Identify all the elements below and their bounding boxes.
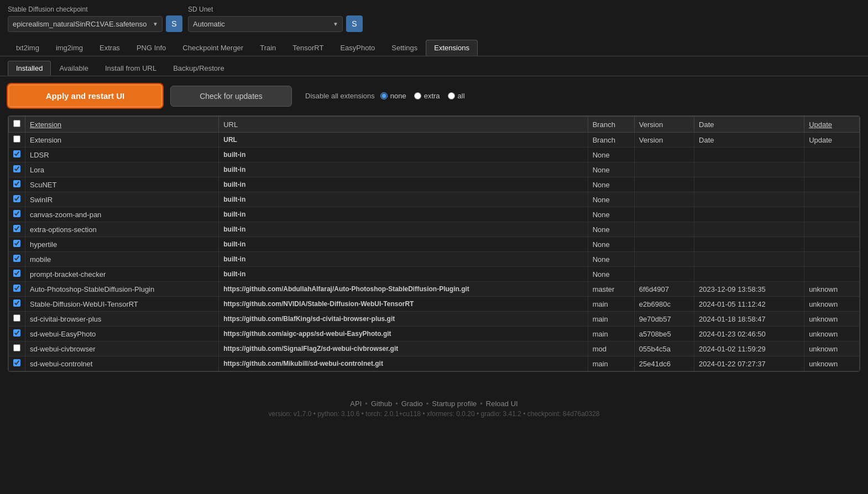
top-bar: Stable Diffusion checkpoint epicrealism_… xyxy=(0,0,868,32)
table-row: hypertilebuilt-inNone xyxy=(9,237,860,252)
ext-version xyxy=(634,237,694,252)
footer-gradio-link[interactable]: Gradio xyxy=(401,400,423,408)
table-row: sd-webui-EasyPhotohttps://github.com/aig… xyxy=(9,327,860,341)
tab-img2img[interactable]: img2img xyxy=(48,40,91,56)
ext-name: LDSR xyxy=(25,148,219,162)
tab-easyphoto[interactable]: EasyPhoto xyxy=(332,40,383,56)
ext-branch: None xyxy=(588,162,634,177)
ext-name: Auto-Photoshop-StableDiffusion-Plugin xyxy=(25,282,219,297)
footer-api-link[interactable]: API xyxy=(350,400,362,408)
unet-label: SD Unet xyxy=(188,6,363,13)
ext-branch: None xyxy=(588,252,634,267)
ext-branch: master xyxy=(588,282,634,297)
table-row: sd-webui-controlnethttps://github.com/Mi… xyxy=(9,356,860,371)
col-update[interactable]: Update xyxy=(804,117,860,133)
row-checkbox[interactable] xyxy=(13,210,20,217)
table-row: canvas-zoom-and-panbuilt-inNone xyxy=(9,207,860,222)
radio-extra[interactable]: extra xyxy=(414,92,440,100)
row-checkbox[interactable] xyxy=(13,225,20,232)
ext-update xyxy=(804,207,860,222)
select-all-checkbox[interactable] xyxy=(13,120,20,127)
ext-version: 6f6d4907 xyxy=(634,282,694,297)
footer-reload-link[interactable]: Reload UI xyxy=(486,400,518,408)
ext-date: 2023-12-09 13:58:35 xyxy=(694,282,804,297)
tab-extras[interactable]: Extras xyxy=(91,40,128,56)
table-row: ScuNETbuilt-inNone xyxy=(9,177,860,192)
main-content: Apply and restart UI Check for updates D… xyxy=(0,76,868,380)
ext-version: e2b6980c xyxy=(634,297,694,312)
tab-extensions[interactable]: Extensions xyxy=(426,40,478,56)
model-group: Stable Diffusion checkpoint epicrealism_… xyxy=(8,6,182,32)
ext-name: hypertile xyxy=(25,237,219,252)
table-row: extra-options-sectionbuilt-inNone xyxy=(9,222,860,237)
row-checkbox[interactable] xyxy=(13,240,20,247)
row-checkbox[interactable] xyxy=(13,314,20,322)
tab-checkpoint-merger[interactable]: Checkpoint Merger xyxy=(174,40,252,56)
row-checkbox[interactable] xyxy=(13,299,20,307)
row-checkbox[interactable] xyxy=(13,255,20,262)
tab-train[interactable]: Train xyxy=(252,40,284,56)
radio-group: none extra all xyxy=(380,92,465,100)
model-select[interactable]: epicrealism_naturalSinRC1VAE.safetensors… xyxy=(8,16,163,32)
sub-tab-backup-restore[interactable]: Backup/Restore xyxy=(165,61,233,76)
ext-name: mobile xyxy=(25,252,219,267)
ext-url: built-in xyxy=(219,162,588,177)
ext-name: SwinIR xyxy=(25,192,219,207)
apply-restart-button[interactable]: Apply and restart UI xyxy=(8,84,163,108)
ext-date xyxy=(694,162,804,177)
tab-txt2img[interactable]: txt2img xyxy=(8,40,48,56)
table-row: Auto-Photoshop-StableDiffusion-Pluginhtt… xyxy=(9,282,860,297)
row-checkbox[interactable] xyxy=(13,285,20,292)
table-row: mobilebuilt-inNone xyxy=(9,252,860,267)
table-row: sd-webui-civbrowserhttps://github.com/Si… xyxy=(9,341,860,356)
ext-update: unknown xyxy=(804,341,860,356)
row-checkbox[interactable] xyxy=(13,329,20,337)
ext-url: https://github.com/SignalFlagZ/sd-webui-… xyxy=(219,341,588,356)
table-row: SwinIRbuilt-inNone xyxy=(9,192,860,207)
ext-version: 25e41dc6 xyxy=(634,356,694,371)
ext-branch: Branch xyxy=(588,133,634,148)
row-checkbox[interactable] xyxy=(13,270,20,277)
row-checkbox[interactable] xyxy=(13,150,20,157)
ext-update xyxy=(804,267,860,282)
unet-select[interactable]: Automatic xyxy=(188,16,343,32)
sub-tab-installed[interactable]: Installed xyxy=(8,61,51,76)
tab-pnginfo[interactable]: PNG Info xyxy=(128,40,174,56)
footer: API • Github • Gradio • Startup profile … xyxy=(0,391,868,427)
row-checkbox[interactable] xyxy=(13,344,20,351)
radio-none[interactable]: none xyxy=(380,92,406,100)
radio-all[interactable]: all xyxy=(448,92,465,100)
sub-tab-available[interactable]: Available xyxy=(51,61,97,76)
unet-icon-button[interactable]: S xyxy=(346,15,363,32)
check-updates-button[interactable]: Check for updates xyxy=(170,86,292,107)
row-checkbox[interactable] xyxy=(13,135,20,143)
col-extension[interactable]: Extension xyxy=(25,117,219,133)
ext-url: built-in xyxy=(219,252,588,267)
ext-version: 9e70db57 xyxy=(634,312,694,327)
row-checkbox[interactable] xyxy=(13,180,20,187)
ext-update xyxy=(804,148,860,162)
ext-branch: None xyxy=(588,207,634,222)
tab-settings[interactable]: Settings xyxy=(383,40,426,56)
row-checkbox[interactable] xyxy=(13,195,20,202)
ext-version xyxy=(634,177,694,192)
col-version: Version xyxy=(634,117,694,133)
model-icon-button[interactable]: S xyxy=(166,15,182,32)
ext-update xyxy=(804,237,860,252)
ext-update: unknown xyxy=(804,312,860,327)
tab-tensorrt[interactable]: TensorRT xyxy=(284,40,332,56)
ext-update: Update xyxy=(804,133,860,148)
ext-name: sd-webui-EasyPhoto xyxy=(25,327,219,341)
footer-startup-link[interactable]: Startup profile xyxy=(432,400,477,408)
row-checkbox[interactable] xyxy=(13,165,20,172)
ext-branch: main xyxy=(588,297,634,312)
row-checkbox[interactable] xyxy=(13,359,20,366)
sub-tab-install-from-url[interactable]: Install from URL xyxy=(97,61,165,76)
ext-name: prompt-bracket-checker xyxy=(25,267,219,282)
ext-branch: None xyxy=(588,237,634,252)
ext-version xyxy=(634,192,694,207)
ext-date xyxy=(694,207,804,222)
table-row: prompt-bracket-checkerbuilt-inNone xyxy=(9,267,860,282)
ext-date xyxy=(694,252,804,267)
footer-github-link[interactable]: Github xyxy=(371,400,392,408)
